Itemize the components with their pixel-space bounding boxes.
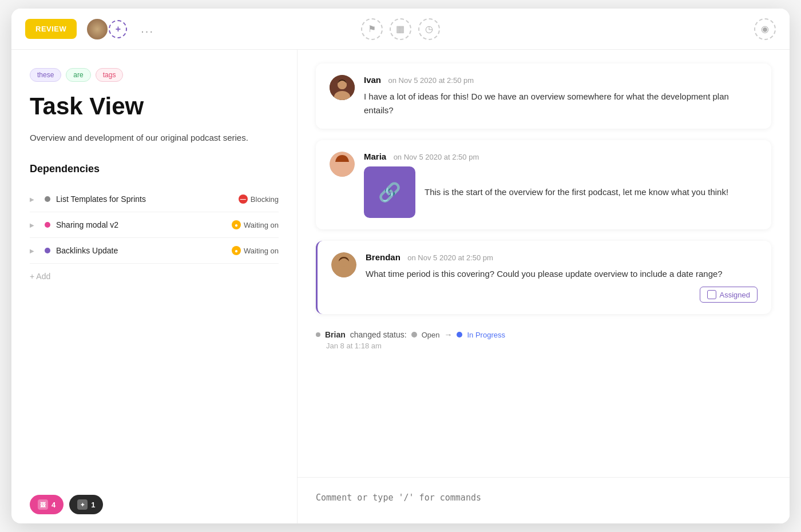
- status-change: Brian changed status: Open → In Progress…: [316, 325, 771, 355]
- chevron-icon: ▶: [30, 222, 39, 228]
- dark-badge[interactable]: ✦ 1: [69, 495, 103, 514]
- status-text: changed status:: [350, 330, 407, 339]
- comment-input[interactable]: [316, 487, 771, 512]
- toolbar: REVIEW + ... ⚑ ▦ ◷ ◉: [11, 9, 790, 50]
- assigned-checkbox: [707, 290, 716, 299]
- dark-badge-count: 1: [91, 501, 95, 509]
- assigned-button[interactable]: Assigned: [700, 287, 758, 303]
- status-date: Jan 8 at 1:18 am: [316, 342, 771, 350]
- comment-author-ivan: Ivan: [364, 75, 381, 85]
- dep-badge-blocking: — Blocking: [239, 194, 279, 204]
- comment-text-maria: This is the start of the overview for th…: [425, 185, 728, 199]
- avatar-group: +: [86, 18, 127, 41]
- dep-dot: [45, 248, 50, 253]
- eye-button[interactable]: ◉: [754, 18, 776, 40]
- maria-avatar: [330, 152, 355, 177]
- blocking-icon: —: [239, 194, 248, 204]
- dependencies-title: Dependencies: [30, 163, 279, 175]
- chevron-icon: ▶: [30, 196, 39, 203]
- pink-badge[interactable]: 🖼 4: [30, 495, 64, 514]
- review-button[interactable]: REVIEW: [25, 19, 77, 39]
- status-dot-small: [316, 332, 320, 337]
- comment-text-ivan: I have a lot of ideas for this! Do we ha…: [364, 90, 758, 117]
- brendan-avatar: [331, 252, 356, 277]
- status-from: Open: [422, 331, 440, 339]
- tag-tags[interactable]: tags: [96, 68, 124, 82]
- dep-name: Backlinks Update: [56, 246, 226, 255]
- comment-header-maria: Maria on Nov 5 2020 at 2:50 pm: [364, 152, 758, 162]
- toolbar-right: ◉: [526, 18, 776, 40]
- more-options-button[interactable]: ...: [136, 20, 158, 38]
- attachment-icon-container[interactable]: 🔗: [364, 166, 415, 218]
- paperclip-icon: 🔗: [378, 181, 401, 203]
- clock-button[interactable]: ◷: [418, 18, 440, 40]
- status-to: In Progress: [467, 331, 505, 339]
- clock-icon: ◷: [425, 23, 433, 34]
- dep-badge-waiting: ● Waiting on: [232, 246, 279, 255]
- calendar-icon: ▦: [396, 23, 405, 34]
- right-panel: Ivan on Nov 5 2020 at 2:50 pm I have a l…: [298, 50, 790, 523]
- comment-text-brendan: What time period is this covering? Could…: [366, 267, 758, 281]
- comment-author-brendan: Brendan: [366, 252, 400, 262]
- comment-body-maria: Maria on Nov 5 2020 at 2:50 pm 🔗 This is…: [364, 152, 758, 218]
- status-author: Brian: [325, 330, 346, 339]
- dep-item-sharing-modal[interactable]: ▶ Sharing modal v2 ● Waiting on: [30, 212, 279, 238]
- comment-maria: Maria on Nov 5 2020 at 2:50 pm 🔗 This is…: [316, 140, 771, 229]
- tag-are[interactable]: are: [66, 68, 90, 82]
- arrow-icon: →: [444, 330, 452, 339]
- dep-dot: [45, 196, 50, 202]
- toolbar-center: ⚑ ▦ ◷: [275, 18, 525, 40]
- figma2-icon: ✦: [77, 499, 88, 510]
- comment-body-ivan: Ivan on Nov 5 2020 at 2:50 pm I have a l…: [364, 75, 758, 117]
- chevron-icon: ▶: [30, 248, 39, 254]
- comment-brendan: Brendan on Nov 5 2020 at 2:50 pm What ti…: [316, 241, 771, 314]
- page-description: Overview and development of our original…: [30, 131, 279, 145]
- comments-area: Ivan on Nov 5 2020 at 2:50 pm I have a l…: [298, 50, 790, 477]
- ivan-avatar: [330, 75, 355, 100]
- dep-name: List Templates for Sprints: [56, 194, 233, 204]
- flag-button[interactable]: ⚑: [361, 18, 383, 40]
- dep-dot: [45, 222, 50, 228]
- main-avatar: [86, 18, 109, 41]
- add-member-button[interactable]: +: [109, 20, 127, 38]
- waiting-icon: ●: [232, 246, 241, 255]
- comment-header-brendan: Brendan on Nov 5 2020 at 2:50 pm: [366, 252, 758, 263]
- status-change-row: Brian changed status: Open → In Progress: [316, 330, 771, 339]
- comment-time-ivan: on Nov 5 2020 at 2:50 pm: [388, 76, 474, 85]
- comment-time-maria: on Nov 5 2020 at 2:50 pm: [394, 153, 479, 161]
- dependencies-list: ▶ List Templates for Sprints — Blocking …: [30, 186, 279, 264]
- calendar-button[interactable]: ▦: [390, 18, 411, 40]
- bottom-badges: 🖼 4 ✦ 1: [30, 486, 279, 523]
- comment-content-maria: 🔗 This is the start of the overview for …: [364, 166, 758, 218]
- add-dependency-button[interactable]: + Add: [30, 264, 279, 289]
- comment-action-row: Assigned: [366, 287, 758, 303]
- eye-icon: ◉: [761, 23, 769, 34]
- tag-these[interactable]: these: [30, 68, 61, 82]
- comment-header-ivan: Ivan on Nov 5 2020 at 2:50 pm: [364, 75, 758, 85]
- comment-time-brendan: on Nov 5 2020 at 2:50 pm: [407, 253, 493, 262]
- waiting-icon: ●: [232, 220, 241, 229]
- comment-author-maria: Maria: [364, 152, 386, 161]
- status-from-dot: [411, 332, 417, 338]
- comment-input-area: [298, 477, 790, 523]
- dep-item-list-templates[interactable]: ▶ List Templates for Sprints — Blocking: [30, 186, 279, 212]
- left-panel: these are tags Task View Overview and de…: [11, 50, 298, 523]
- app-window: REVIEW + ... ⚑ ▦ ◷ ◉: [11, 9, 790, 523]
- dep-item-backlinks[interactable]: ▶ Backlinks Update ● Waiting on: [30, 238, 279, 264]
- flag-icon: ⚑: [368, 23, 376, 34]
- comment-ivan: Ivan on Nov 5 2020 at 2:50 pm I have a l…: [316, 63, 771, 129]
- dep-badge-waiting: ● Waiting on: [232, 220, 279, 229]
- page-title: Task View: [30, 93, 279, 120]
- tags-row: these are tags: [30, 68, 279, 82]
- main-content: these are tags Task View Overview and de…: [11, 50, 790, 523]
- status-to-dot: [457, 332, 462, 338]
- toolbar-left: REVIEW + ...: [25, 18, 275, 41]
- dep-name: Sharing modal v2: [56, 220, 226, 229]
- comment-body-brendan: Brendan on Nov 5 2020 at 2:50 pm What ti…: [366, 252, 758, 303]
- pink-badge-count: 4: [51, 501, 55, 509]
- figma-icon: 🖼: [38, 499, 48, 510]
